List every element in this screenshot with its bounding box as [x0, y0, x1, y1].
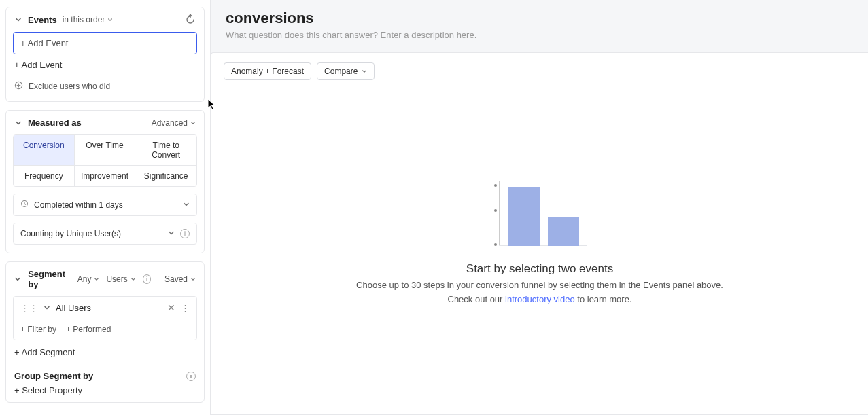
advanced-toggle[interactable]: Advanced [152, 118, 196, 128]
exclude-users-button[interactable]: Exclude users who did [13, 75, 197, 93]
segment-item: ⋮⋮ All Users ✕ ⋮ + Filter by + Performed [13, 296, 197, 340]
anomaly-forecast-button[interactable]: Anomaly + Forecast [224, 62, 311, 80]
main-content: conversions What question does this char… [211, 0, 868, 415]
tab-improvement[interactable]: Improvement [75, 166, 136, 186]
measured-tabs: Conversion Over Time Time to Convert Fre… [13, 134, 197, 187]
exclude-label: Exclude users who did [29, 82, 110, 91]
completed-label: Completed within 1 days [34, 200, 123, 210]
events-refresh-icon[interactable] [185, 14, 196, 25]
kebab-menu-icon[interactable]: ⋮ [181, 303, 190, 313]
page-title: conversions [226, 10, 853, 27]
measured-title: Measured as [28, 118, 82, 128]
add-event-button[interactable]: + Add Event [13, 54, 197, 75]
empty-chart-graphic [492, 181, 587, 246]
chevron-down-icon [168, 229, 175, 238]
add-segment-button[interactable]: + Add Segment [6, 340, 204, 364]
segment-title: Segment by [28, 269, 71, 289]
chevron-down-icon [183, 200, 190, 210]
segment-any-selector[interactable]: Any [77, 274, 100, 284]
counting-by-selector[interactable]: Counting by Unique User(s) i [13, 223, 197, 245]
add-event-input[interactable] [13, 32, 197, 54]
filter-by-button[interactable]: + Filter by [20, 325, 56, 334]
empty-state: Start by selecting two events Choose up … [224, 80, 856, 405]
description-input[interactable]: What question does this chart answer? En… [226, 30, 853, 40]
measured-panel: Measured as Advanced Conversion Over Tim… [5, 110, 205, 253]
info-icon[interactable]: i [180, 229, 190, 238]
info-icon[interactable]: i [143, 274, 151, 284]
events-order-selector[interactable]: in this order [63, 15, 114, 24]
tab-conversion[interactable]: Conversion [14, 135, 75, 166]
compare-button[interactable]: Compare [317, 62, 375, 80]
empty-sub1: Choose up to 30 steps in your conversion… [356, 280, 723, 290]
segment-users-selector[interactable]: Users [106, 274, 135, 284]
segment-saved-selector[interactable]: Saved [164, 274, 196, 284]
advanced-label: Advanced [152, 118, 188, 128]
tab-frequency[interactable]: Frequency [14, 166, 75, 186]
tab-time-to-convert[interactable]: Time to Convert [135, 135, 196, 166]
segment-item-name: All Users [56, 303, 91, 313]
plus-circle-icon [14, 81, 23, 92]
drag-handle-icon[interactable]: ⋮⋮ [20, 303, 38, 313]
chevron-down-icon[interactable] [14, 275, 21, 283]
info-icon[interactable]: i [186, 372, 196, 381]
group-segment-title: Group Segment by i [6, 364, 204, 382]
events-panel: Events in this order + Add Event Exclu [5, 7, 205, 102]
empty-headline: Start by selecting two events [466, 262, 613, 276]
tab-significance[interactable]: Significance [135, 166, 196, 186]
chevron-down-icon[interactable] [14, 16, 22, 24]
completed-within-selector[interactable]: Completed within 1 days [13, 194, 197, 216]
chevron-down-icon[interactable] [14, 119, 22, 127]
chart-card: Anomaly + Forecast Compare Start by sele… [211, 52, 868, 415]
chevron-down-icon[interactable] [44, 304, 50, 311]
events-order-label: in this order [63, 15, 105, 24]
close-icon[interactable]: ✕ [167, 302, 175, 313]
counting-label: Counting by Unique User(s) [20, 229, 121, 238]
events-title: Events [28, 15, 57, 25]
performed-button[interactable]: + Performed [66, 325, 111, 334]
tab-over-time[interactable]: Over Time [75, 135, 136, 166]
select-property-button[interactable]: + Select Property [6, 382, 204, 402]
empty-sub2: Check out our introductory video to lear… [448, 294, 632, 304]
config-sidebar: Events in this order + Add Event Exclu [0, 0, 211, 415]
segment-panel: Segment by Any Users i Saved ⋮⋮ [5, 261, 205, 403]
intro-video-link[interactable]: introductory video [505, 294, 575, 304]
clock-icon [20, 200, 29, 210]
